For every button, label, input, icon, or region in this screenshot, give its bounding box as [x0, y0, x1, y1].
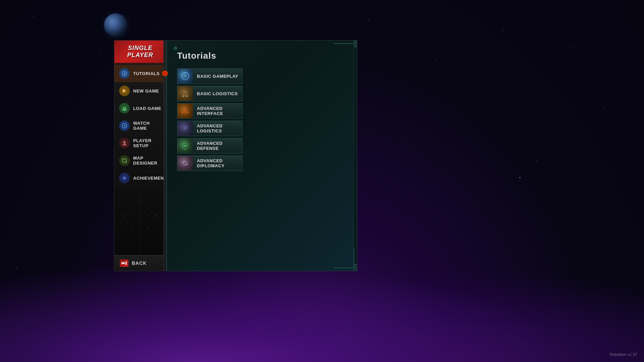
svg-point-14	[139, 200, 141, 202]
svg-point-18	[132, 227, 134, 229]
content-title: Tutorials	[177, 51, 347, 61]
svg-line-8	[124, 201, 140, 215]
svg-line-12	[148, 215, 156, 228]
tutorial-list: Basic Gameplay Basic Logistics Advanced …	[177, 68, 347, 171]
sidebar-item-label-tutorials: Tutorials	[133, 71, 160, 76]
advanced-interface-icon	[177, 103, 193, 119]
sidebar-item-load-game[interactable]: Load Game	[114, 100, 166, 117]
svg-point-6	[123, 141, 126, 143]
new-game-icon	[119, 85, 130, 96]
advanced-defense-icon	[177, 138, 193, 154]
sidebar-item-map-designer[interactable]: Map Designer	[114, 152, 166, 169]
scrollbar-top	[354, 41, 357, 47]
svg-line-11	[124, 215, 133, 228]
player-setup-icon	[119, 138, 130, 148]
svg-point-15	[123, 214, 125, 216]
advanced-interface-label: Advanced Interface	[193, 106, 242, 116]
basic-gameplay-label: Basic Gameplay	[193, 74, 242, 79]
right-panel: Tutorials Basic Gameplay Basic Logistics…	[166, 40, 357, 271]
advanced-diplomacy-icon	[177, 156, 193, 171]
svg-point-19	[147, 227, 149, 229]
svg-line-13	[156, 215, 163, 228]
svg-point-1	[123, 72, 125, 74]
svg-point-16	[155, 214, 157, 216]
tutorial-advanced-logistics[interactable]: Advanced Logistics	[177, 121, 243, 136]
svg-line-9	[140, 201, 156, 215]
map-designer-icon	[119, 155, 130, 166]
sidebar-item-label-player-setup: Player Setup	[133, 138, 161, 148]
right-scrollbar[interactable]	[354, 41, 357, 271]
nav-items: Tutorials New Game Load Game	[114, 63, 166, 188]
back-label: Back	[132, 260, 147, 266]
svg-rect-21	[121, 262, 125, 264]
indicator-dot	[174, 47, 177, 50]
svg-rect-28	[184, 91, 186, 92]
main-ui: Single Player Tutorials New Game	[114, 40, 357, 271]
tutorial-advanced-diplomacy[interactable]: Advanced Diplomacy	[177, 156, 243, 171]
advanced-defense-label: Advanced Defense	[193, 141, 242, 151]
planet-decoration	[104, 13, 127, 37]
svg-point-25	[183, 74, 187, 78]
svg-point-30	[186, 96, 188, 97]
sidebar-item-label-new-game: New Game	[133, 88, 159, 94]
tutorials-icon	[119, 68, 130, 79]
scrollbar-bottom	[354, 264, 357, 271]
tutorial-advanced-defense[interactable]: Advanced Defense	[177, 138, 243, 154]
watch-game-icon	[119, 120, 130, 131]
sidebar-item-label-map-designer: Map Designer	[133, 156, 161, 166]
panel-title: Single Player	[114, 41, 166, 63]
sidebar-item-player-setup[interactable]: Player Setup	[114, 134, 166, 152]
svg-point-17	[117, 227, 119, 229]
svg-rect-3	[122, 109, 126, 111]
sidebar-item-achievements[interactable]: Achievements	[114, 169, 166, 187]
svg-point-5	[124, 125, 125, 127]
left-panel: Single Player Tutorials New Game	[114, 40, 166, 271]
back-button[interactable]: Back	[114, 255, 166, 271]
svg-point-26	[184, 72, 186, 74]
advanced-logistics-label: Advanced Logistics	[193, 123, 242, 133]
sidebar-item-label-load-game: Load Game	[133, 106, 161, 111]
sidebar-item-tutorials[interactable]: Tutorials	[114, 65, 166, 82]
sidebar-item-new-game[interactable]: New Game	[114, 82, 166, 100]
basic-gameplay-icon	[177, 68, 193, 84]
back-icon	[120, 259, 128, 267]
version-text: Rebellion v1.97	[609, 352, 637, 357]
advanced-logistics-icon	[177, 121, 193, 136]
tutorial-basic-logistics[interactable]: Basic Logistics	[177, 86, 243, 101]
svg-point-29	[183, 96, 184, 97]
tutorial-basic-gameplay[interactable]: Basic Gameplay	[177, 68, 243, 84]
svg-line-10	[118, 215, 124, 228]
load-game-icon	[119, 103, 130, 114]
sidebar-item-watch-game[interactable]: Watch Game	[114, 117, 166, 134]
svg-point-31	[184, 110, 186, 112]
basic-logistics-label: Basic Logistics	[193, 91, 242, 96]
panel-decoration	[114, 188, 166, 255]
basic-logistics-icon	[177, 86, 193, 101]
svg-marker-2	[123, 89, 126, 93]
achievements-icon	[119, 173, 130, 183]
svg-point-32	[184, 126, 186, 129]
sidebar-item-label-watch-game: Watch Game	[133, 121, 161, 131]
tutorial-advanced-interface[interactable]: Advanced Interface	[177, 103, 243, 119]
advanced-diplomacy-label: Advanced Diplomacy	[193, 158, 242, 168]
